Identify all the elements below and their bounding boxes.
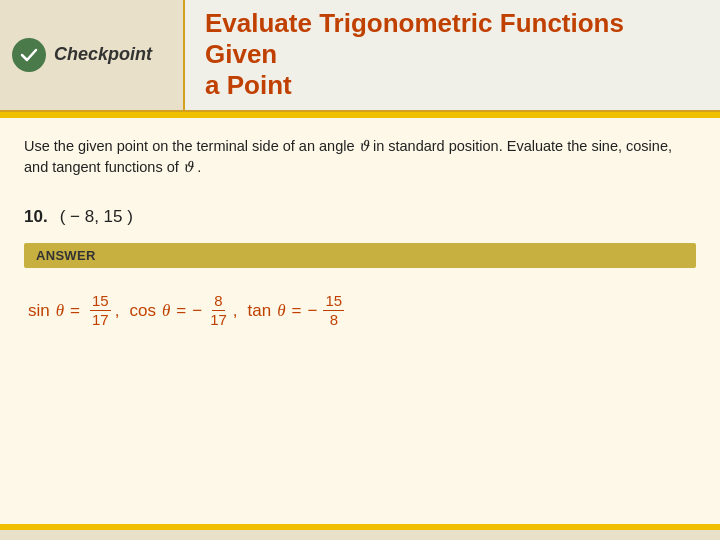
main-content: Use the given point on the terminal side… xyxy=(0,118,720,524)
tan-numerator: 15 xyxy=(323,292,344,311)
problem-point: ( − 8, 15 ) xyxy=(60,207,133,227)
tan-label: tan xyxy=(248,301,272,321)
answer-button[interactable]: ANSWER xyxy=(24,243,696,268)
sin-fraction: 15 17 xyxy=(90,292,111,329)
sin-label: sin xyxy=(28,301,50,321)
page-wrapper: Checkpoint Evaluate Trigonometric Functi… xyxy=(0,0,720,540)
cos-denominator: 17 xyxy=(208,311,229,329)
theta-symbol-instruction2: ϑ xyxy=(183,159,193,175)
cos-label: cos xyxy=(129,301,155,321)
sin-equals: = xyxy=(70,301,80,321)
comma-2: , xyxy=(233,301,238,321)
sin-denominator: 17 xyxy=(90,311,111,329)
tan-fraction: 15 8 xyxy=(323,292,344,329)
checkpoint-label: Checkpoint xyxy=(54,44,152,65)
cos-numerator: 8 xyxy=(212,292,224,311)
cos-neg: − xyxy=(192,301,202,321)
bottom-bar xyxy=(0,530,720,540)
sin-numerator: 15 xyxy=(90,292,111,311)
cos-theta: θ xyxy=(162,301,170,321)
problem-row: 10. ( − 8, 15 ) xyxy=(24,207,696,227)
theta-symbol-instruction: ϑ xyxy=(359,138,369,154)
sin-theta: θ xyxy=(56,301,64,321)
header-title-text: Evaluate Trigonometric Functions Given a… xyxy=(205,8,700,102)
tan-denominator: 8 xyxy=(328,311,340,329)
instruction-text: Use the given point on the terminal side… xyxy=(24,136,696,180)
checkmark-icon xyxy=(12,38,46,72)
problem-number: 10. xyxy=(24,207,48,227)
tan-theta: θ xyxy=(277,301,285,321)
cos-equals: = xyxy=(176,301,186,321)
header: Checkpoint Evaluate Trigonometric Functi… xyxy=(0,0,720,112)
comma-1: , xyxy=(115,301,120,321)
tan-neg: − xyxy=(308,301,318,321)
answer-section: sin θ = 15 17 , cos θ = − 8 17 , tan θ =… xyxy=(28,292,696,329)
checkpoint-box: Checkpoint xyxy=(0,0,185,110)
header-title: Evaluate Trigonometric Functions Given a… xyxy=(185,0,720,110)
tan-equals: = xyxy=(292,301,302,321)
cos-fraction: 8 17 xyxy=(208,292,229,329)
